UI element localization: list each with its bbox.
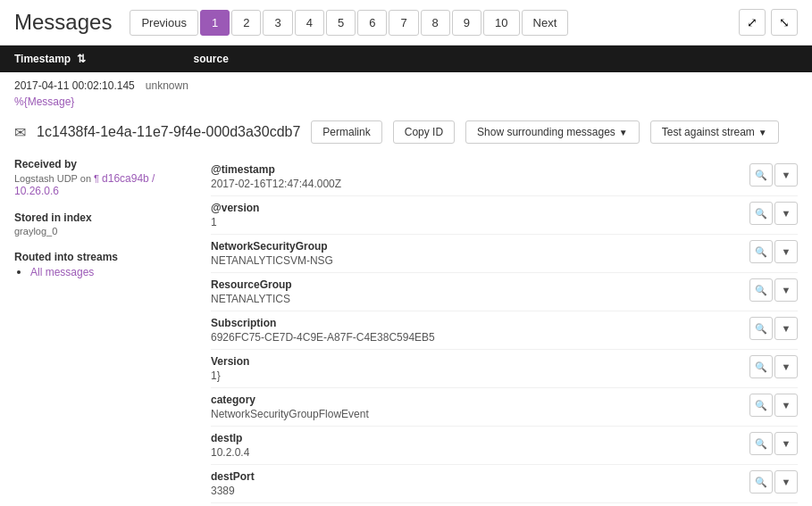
field-actions: 🔍▼ — [749, 163, 798, 187]
stream-link[interactable]: All messages — [30, 266, 94, 278]
field-dropdown-icon[interactable]: ▼ — [774, 317, 798, 340]
field-row: destPort3389🔍▼ — [211, 465, 798, 503]
message-id-row: ✉ 1c1438f4-1e4a-11e7-9f4e-000d3a30cdb7 P… — [0, 113, 812, 153]
field-value: 10.2.0.4 — [211, 446, 742, 459]
field-value: 6926FC75-CE7D-4C9E-A87F-C4E38C594EB5 — [211, 331, 742, 344]
message-id: 1c1438f4-1e4a-11e7-9f4e-000d3a30cdb7 — [37, 124, 300, 140]
field-dropdown-icon[interactable]: ▼ — [774, 355, 798, 378]
field-content: destIp10.2.0.4 — [211, 432, 742, 459]
routed-label: Routed into streams — [14, 251, 193, 263]
pagination-page-2[interactable]: 2 — [231, 10, 261, 36]
field-dropdown-icon[interactable]: ▼ — [774, 470, 798, 494]
stream-list-item: All messages — [30, 265, 193, 278]
surrounding-messages-button[interactable]: Show surrounding messages ▼ — [465, 120, 640, 144]
field-dropdown-icon[interactable]: ▼ — [774, 240, 798, 263]
field-actions: 🔍▼ — [749, 470, 798, 494]
left-panel: Received by Logstash UDP on ¶ d16ca94b /… — [14, 158, 211, 503]
magnify-icon[interactable]: 🔍 — [749, 240, 773, 263]
field-content: Version1} — [211, 355, 742, 382]
magnify-icon[interactable]: 🔍 — [749, 202, 773, 225]
message-tag[interactable]: %{Message} — [0, 95, 812, 113]
stored-in-index-group: Stored in index graylog_0 — [14, 212, 193, 236]
sort-icon[interactable]: ⇅ — [77, 53, 86, 65]
magnify-icon[interactable]: 🔍 — [749, 470, 773, 494]
field-actions: 🔍▼ — [749, 240, 798, 263]
pagination-page-6[interactable]: 6 — [357, 10, 387, 36]
field-actions: 🔍▼ — [749, 202, 798, 225]
test-against-stream-button[interactable]: Test against stream ▼ — [650, 120, 779, 144]
field-name: @timestamp — [211, 163, 742, 176]
node-icon: ¶ — [94, 173, 102, 184]
field-content: NetworkSecurityGroupNETANALYTICSVM-NSG — [211, 240, 742, 267]
pagination-page-8[interactable]: 8 — [421, 10, 450, 36]
fullscreen-icon[interactable]: ⤡ — [771, 9, 798, 36]
permalink-button[interactable]: Permalink — [311, 120, 381, 144]
pagination-page-3[interactable]: 3 — [263, 10, 292, 36]
pagination-page-9[interactable]: 9 — [452, 10, 481, 36]
field-value: 3389 — [211, 485, 742, 497]
pagination-previous[interactable]: Previous — [130, 10, 198, 36]
message-source: unknown — [146, 79, 188, 92]
field-actions: 🔍▼ — [749, 432, 798, 455]
caret-down-icon: ▼ — [619, 128, 628, 137]
pagination: Previous 1 2 3 4 5 6 7 8 9 10 Next — [130, 10, 568, 36]
magnify-icon[interactable]: 🔍 — [749, 278, 773, 302]
envelope-icon: ✉ — [14, 124, 26, 141]
copy-id-button[interactable]: Copy ID — [393, 120, 455, 144]
table-header: Timestamp ⇅ source — [0, 46, 812, 72]
field-name: NetworkSecurityGroup — [211, 240, 742, 253]
stored-value: graylog_0 — [14, 226, 193, 236]
col-timestamp: Timestamp ⇅ — [14, 53, 86, 65]
magnify-icon[interactable]: 🔍 — [749, 317, 773, 340]
field-row: categoryNetworkSecurityGroupFlowEvent🔍▼ — [211, 388, 798, 427]
field-row: @timestamp2017-02-16T12:47:44.000Z🔍▼ — [211, 158, 798, 196]
field-actions: 🔍▼ — [749, 355, 798, 378]
field-name: category — [211, 394, 742, 406]
magnify-icon[interactable]: 🔍 — [749, 432, 773, 455]
field-dropdown-icon[interactable]: ▼ — [774, 278, 798, 302]
routed-into-streams-group: Routed into streams All messages — [14, 251, 193, 278]
field-content: @timestamp2017-02-16T12:47:44.000Z — [211, 163, 742, 190]
pagination-page-5[interactable]: 5 — [326, 10, 356, 36]
stream-list: All messages — [14, 265, 193, 278]
field-value: 1} — [211, 369, 742, 382]
field-content: @version1 — [211, 202, 742, 228]
field-content: ResourceGroupNETANALYTICS — [211, 278, 742, 305]
field-dropdown-icon[interactable]: ▼ — [774, 202, 798, 225]
pagination-page-10[interactable]: 10 — [483, 10, 519, 36]
field-value: NETANALYTICSVM-NSG — [211, 254, 742, 267]
message-timestamp: 2017-04-11 00:02:10.145 — [14, 79, 135, 92]
field-value: 1 — [211, 216, 742, 228]
field-dropdown-icon[interactable]: ▼ — [774, 432, 798, 455]
magnify-icon[interactable]: 🔍 — [749, 394, 773, 417]
field-row: Version1}🔍▼ — [211, 350, 798, 388]
field-row: ResourceGroupNETANALYTICS🔍▼ — [211, 273, 798, 311]
field-name: destPort — [211, 470, 742, 483]
pagination-page-7[interactable]: 7 — [389, 10, 418, 36]
field-row: @version1🔍▼ — [211, 196, 798, 235]
field-actions: 🔍▼ — [749, 278, 798, 302]
field-dropdown-icon[interactable]: ▼ — [774, 163, 798, 187]
received-by-group: Received by Logstash UDP on ¶ d16ca94b /… — [14, 158, 193, 197]
expand-icon[interactable]: ⤢ — [739, 9, 766, 36]
field-name: Version — [211, 355, 742, 368]
stored-label: Stored in index — [14, 212, 193, 224]
field-name: destIp — [211, 432, 742, 444]
field-content: Subscription6926FC75-CE7D-4C9E-A87F-C4E3… — [211, 317, 742, 344]
field-dropdown-icon[interactable]: ▼ — [774, 394, 798, 417]
caret-down-icon: ▼ — [758, 128, 767, 137]
field-row: Subscription6926FC75-CE7D-4C9E-A87F-C4E3… — [211, 311, 798, 350]
field-value: NETANALYTICS — [211, 293, 742, 305]
magnify-icon[interactable]: 🔍 — [749, 163, 773, 187]
fields-container: Received by Logstash UDP on ¶ d16ca94b /… — [0, 153, 812, 506]
pagination-page-1[interactable]: 1 — [200, 10, 230, 36]
received-by-value: Logstash UDP on ¶ d16ca94b / 10.26.0.6 — [14, 172, 193, 197]
magnify-icon[interactable]: 🔍 — [749, 355, 773, 378]
pagination-next[interactable]: Next — [522, 10, 569, 36]
field-row: NetworkSecurityGroupNETANALYTICSVM-NSG🔍▼ — [211, 235, 798, 273]
header-actions: ⤢ ⤡ — [739, 9, 798, 36]
field-row: destIp10.2.0.4🔍▼ — [211, 427, 798, 465]
field-name: @version — [211, 202, 742, 214]
pagination-page-4[interactable]: 4 — [295, 10, 324, 36]
field-name: Subscription — [211, 317, 742, 329]
